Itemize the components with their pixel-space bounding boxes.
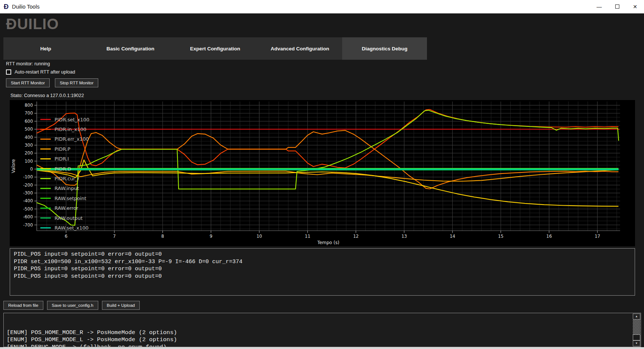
log-line: PIDL_POS input=0 setpoint=0 error=0 outp… xyxy=(14,273,631,280)
chart-svg: 8007006005004003002001000-100-200-300-40… xyxy=(10,100,635,246)
tab-expert-configuration[interactable]: Expert Configuration xyxy=(173,37,258,60)
scrollbar-up-button[interactable]: ▲ xyxy=(633,314,640,320)
build-upload-button[interactable]: Build + Upload xyxy=(102,301,140,310)
svg-text:PIDR.cur_r: PIDR.cur_r xyxy=(55,176,80,181)
minimize-button[interactable]: — xyxy=(590,0,608,13)
svg-text:14: 14 xyxy=(450,234,455,239)
svg-text:PIDR.D: PIDR.D xyxy=(55,166,71,172)
svg-text:PIDR.I: PIDR.I xyxy=(55,156,69,162)
svg-text:8: 8 xyxy=(161,234,164,239)
maximize-button[interactable] xyxy=(608,0,626,13)
log-line: PIDL_POS input=0 setpoint=0 error=0 outp… xyxy=(14,251,631,258)
window-bottom-border xyxy=(0,347,644,349)
svg-text:PIDR.in_x100: PIDR.in_x100 xyxy=(55,127,86,132)
svg-text:PIDR.set_x100: PIDR.set_x100 xyxy=(55,117,89,122)
svg-text:600: 600 xyxy=(25,119,33,124)
window-title: Duilio Tools xyxy=(12,4,40,10)
log-line: PIDR set_x100=500 in_x100=532 err_x100=-… xyxy=(14,258,631,266)
svg-text:15: 15 xyxy=(498,234,504,239)
scrollbar-track[interactable] xyxy=(633,320,640,334)
svg-text:200: 200 xyxy=(25,150,33,156)
title-bar[interactable]: Ð Duilio Tools — ✕ xyxy=(0,0,644,13)
scrollbar-down-button[interactable]: ▼ xyxy=(633,340,640,346)
scrollbar-down-icon: ▼ xyxy=(636,342,638,345)
svg-text:-200: -200 xyxy=(23,183,33,188)
svg-text:-100: -100 xyxy=(23,174,33,180)
svg-text:11: 11 xyxy=(305,234,310,239)
svg-text:-500: -500 xyxy=(23,206,33,212)
app-icon: Ð xyxy=(4,3,9,10)
tab-bar: Help Basic Configuration Expert Configur… xyxy=(3,37,427,60)
svg-text:RAW.setpoint: RAW.setpoint xyxy=(55,196,86,201)
svg-text:RAW.set_x100: RAW.set_x100 xyxy=(55,225,89,231)
svg-text:500: 500 xyxy=(25,127,33,132)
minimize-icon: — xyxy=(597,4,602,10)
svg-text:RAW.output: RAW.output xyxy=(55,215,83,221)
auto-restart-checkbox[interactable] xyxy=(6,69,11,75)
svg-text:-400: -400 xyxy=(23,198,33,203)
svg-text:800: 800 xyxy=(25,103,33,108)
svg-text:-700: -700 xyxy=(23,222,33,228)
svg-text:Valore: Valore xyxy=(11,159,16,173)
svg-text:RAW.input: RAW.input xyxy=(55,186,79,191)
tab-diagnostics-debug[interactable]: Diagnostics Debug xyxy=(342,37,427,60)
tab-advanced-configuration[interactable]: Advanced Configuration xyxy=(257,37,342,60)
telemetry-log[interactable]: PIDL_POS input=0 setpoint=0 error=0 outp… xyxy=(10,248,635,296)
config-buttons: Reload from file Save to user_config.h B… xyxy=(3,301,140,310)
rtt-buttons: Start RTT Monitor Stop RTT Monitor xyxy=(6,78,98,87)
start-rtt-monitor-button[interactable]: Start RTT Monitor xyxy=(6,78,50,87)
svg-text:RAW.error: RAW.error xyxy=(55,205,78,211)
svg-text:12: 12 xyxy=(353,234,359,239)
svg-text:0: 0 xyxy=(30,166,33,172)
enum-log[interactable]: [ENUM] POS_HOME_MODE_R -> PosHomeMode (2… xyxy=(3,313,641,347)
auto-restart-label: Auto-restart RTT after upload xyxy=(15,69,75,75)
log-line: [ENUM] POS_HOME_MODE_R -> PosHomeMode (2… xyxy=(7,329,638,337)
rtt-monitor-status: RTT monitor: running xyxy=(6,61,50,66)
svg-text:100: 100 xyxy=(25,159,33,164)
svg-text:Tempo (s): Tempo (s) xyxy=(317,240,340,245)
svg-text:16: 16 xyxy=(547,234,552,239)
duilio-logo: ÐUILIO xyxy=(6,16,59,32)
svg-text:9: 9 xyxy=(210,234,212,239)
svg-text:10: 10 xyxy=(257,234,262,239)
auto-restart-row: Auto-restart RTT after upload xyxy=(6,69,75,75)
app-window: Ð Duilio Tools — ✕ ÐUILIO Help Basic Con… xyxy=(0,0,644,349)
save-to-user-config-button[interactable]: Save to user_config.h xyxy=(47,301,98,310)
close-icon: ✕ xyxy=(633,4,637,10)
enum-log-scrollbar[interactable]: ▲ ▼ xyxy=(633,314,640,346)
svg-text:-300: -300 xyxy=(23,190,33,196)
stop-rtt-monitor-button[interactable]: Stop RTT Monitor xyxy=(55,78,98,87)
enum-log-lines: [ENUM] POS_HOME_MODE_R -> PosHomeMode (2… xyxy=(7,329,638,347)
svg-text:17: 17 xyxy=(595,234,600,239)
tab-help[interactable]: Help xyxy=(3,37,88,60)
telemetry-chart: 8007006005004003002001000-100-200-300-40… xyxy=(10,100,635,246)
svg-text:13: 13 xyxy=(402,234,407,239)
svg-text:700: 700 xyxy=(25,110,33,116)
svg-text:7: 7 xyxy=(113,234,116,239)
svg-text:6: 6 xyxy=(65,234,67,239)
connection-status: Stato: Connesso a 127.0.0.1:19022 xyxy=(10,93,84,98)
log-line: [ENUM] DEBUG_MODE -> (fallback, no enum … xyxy=(7,344,638,347)
window-controls: — ✕ xyxy=(590,0,644,13)
svg-text:PIDR.P: PIDR.P xyxy=(55,146,70,152)
tab-basic-configuration[interactable]: Basic Configuration xyxy=(88,37,173,60)
maximize-icon xyxy=(615,4,619,9)
log-line: PIDR_POS input=0 setpoint=0 error=0 outp… xyxy=(14,265,631,273)
scrollbar-thumb[interactable] xyxy=(633,334,640,340)
svg-text:PIDR.err_x100: PIDR.err_x100 xyxy=(55,136,89,142)
svg-text:-600: -600 xyxy=(23,214,33,219)
log-line: [ENUM] POS_HOME_MODE_L -> PosHomeMode (2… xyxy=(7,336,638,344)
close-button[interactable]: ✕ xyxy=(626,0,644,13)
svg-text:300: 300 xyxy=(25,143,33,148)
svg-text:400: 400 xyxy=(25,135,33,140)
scrollbar-up-icon: ▲ xyxy=(636,315,638,318)
reload-from-file-button[interactable]: Reload from file xyxy=(3,301,43,310)
